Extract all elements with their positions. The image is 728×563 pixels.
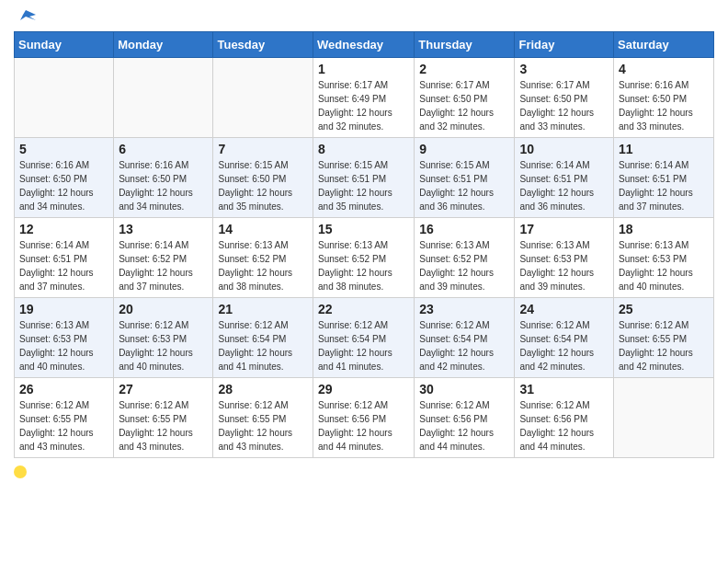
legend (14, 465, 714, 478)
day-number: 20 (119, 302, 208, 316)
calendar-cell: 4Sunrise: 6:16 AMSunset: 6:50 PMDaylight… (614, 58, 714, 138)
day-number: 19 (19, 302, 108, 316)
day-info: Sunrise: 6:15 AMSunset: 6:51 PMDaylight:… (318, 158, 409, 213)
calendar-week-row: 1Sunrise: 6:17 AMSunset: 6:49 PMDaylight… (15, 58, 714, 138)
calendar-cell: 30Sunrise: 6:12 AMSunset: 6:56 PMDayligh… (415, 378, 515, 458)
day-info: Sunrise: 6:12 AMSunset: 6:53 PMDaylight:… (119, 318, 208, 373)
calendar-cell: 22Sunrise: 6:12 AMSunset: 6:54 PMDayligh… (313, 298, 415, 378)
calendar-table: SundayMondayTuesdayWednesdayThursdayFrid… (14, 31, 714, 458)
day-number: 3 (519, 62, 609, 76)
day-info: Sunrise: 6:12 AMSunset: 6:56 PMDaylight:… (419, 398, 509, 454)
daylight-icon (14, 465, 27, 478)
day-number: 15 (318, 222, 409, 236)
calendar-cell: 24Sunrise: 6:12 AMSunset: 6:54 PMDayligh… (515, 298, 614, 378)
day-info: Sunrise: 6:17 AMSunset: 6:50 PMDaylight:… (519, 78, 609, 133)
calendar-cell: 5Sunrise: 6:16 AMSunset: 6:50 PMDaylight… (15, 138, 114, 218)
day-number: 23 (419, 302, 509, 316)
day-info: Sunrise: 6:12 AMSunset: 6:55 PMDaylight:… (218, 398, 308, 454)
day-number: 29 (318, 382, 409, 396)
calendar-cell (614, 378, 714, 458)
svg-marker-0 (20, 10, 36, 20)
day-info: Sunrise: 6:13 AMSunset: 6:52 PMDaylight:… (318, 238, 409, 293)
day-number: 2 (419, 62, 509, 76)
day-number: 11 (619, 142, 709, 156)
calendar-cell: 18Sunrise: 6:13 AMSunset: 6:53 PMDayligh… (614, 218, 714, 298)
day-number: 30 (419, 382, 509, 396)
day-info: Sunrise: 6:12 AMSunset: 6:55 PMDaylight:… (119, 398, 208, 454)
day-info: Sunrise: 6:13 AMSunset: 6:52 PMDaylight:… (218, 238, 308, 293)
day-info: Sunrise: 6:17 AMSunset: 6:49 PMDaylight:… (318, 78, 409, 133)
calendar-cell (15, 58, 114, 138)
logo (14, 9, 36, 24)
calendar-cell: 10Sunrise: 6:14 AMSunset: 6:51 PMDayligh… (515, 138, 614, 218)
day-number: 24 (519, 302, 609, 316)
calendar-cell: 12Sunrise: 6:14 AMSunset: 6:51 PMDayligh… (15, 218, 114, 298)
day-number: 31 (519, 382, 609, 396)
calendar-day-header: Saturday (614, 32, 714, 58)
day-info: Sunrise: 6:12 AMSunset: 6:55 PMDaylight:… (619, 318, 709, 373)
calendar-cell: 6Sunrise: 6:16 AMSunset: 6:50 PMDaylight… (114, 138, 213, 218)
calendar-cell (114, 58, 213, 138)
calendar-cell: 31Sunrise: 6:12 AMSunset: 6:56 PMDayligh… (515, 378, 614, 458)
day-info: Sunrise: 6:14 AMSunset: 6:51 PMDaylight:… (619, 158, 709, 213)
calendar-cell: 28Sunrise: 6:12 AMSunset: 6:55 PMDayligh… (213, 378, 313, 458)
day-number: 6 (119, 142, 208, 156)
day-info: Sunrise: 6:14 AMSunset: 6:52 PMDaylight:… (119, 238, 208, 293)
day-number: 17 (519, 222, 609, 236)
day-number: 10 (519, 142, 609, 156)
day-info: Sunrise: 6:13 AMSunset: 6:53 PMDaylight:… (619, 238, 709, 293)
logo-bird-icon (16, 7, 36, 28)
day-number: 21 (218, 302, 308, 316)
day-info: Sunrise: 6:14 AMSunset: 6:51 PMDaylight:… (519, 158, 609, 213)
header (14, 9, 714, 24)
day-info: Sunrise: 6:12 AMSunset: 6:56 PMDaylight:… (318, 398, 409, 454)
day-info: Sunrise: 6:12 AMSunset: 6:54 PMDaylight:… (218, 318, 308, 373)
calendar-day-header: Sunday (15, 32, 114, 58)
calendar-cell: 13Sunrise: 6:14 AMSunset: 6:52 PMDayligh… (114, 218, 213, 298)
day-info: Sunrise: 6:16 AMSunset: 6:50 PMDaylight:… (119, 158, 208, 213)
page: SundayMondayTuesdayWednesdayThursdayFrid… (0, 0, 728, 563)
day-info: Sunrise: 6:13 AMSunset: 6:53 PMDaylight:… (19, 318, 108, 373)
calendar-cell: 17Sunrise: 6:13 AMSunset: 6:53 PMDayligh… (515, 218, 614, 298)
calendar-day-header: Wednesday (313, 32, 415, 58)
calendar-cell: 15Sunrise: 6:13 AMSunset: 6:52 PMDayligh… (313, 218, 415, 298)
calendar-cell: 19Sunrise: 6:13 AMSunset: 6:53 PMDayligh… (15, 298, 114, 378)
calendar-week-row: 26Sunrise: 6:12 AMSunset: 6:55 PMDayligh… (15, 378, 714, 458)
day-info: Sunrise: 6:15 AMSunset: 6:51 PMDaylight:… (419, 158, 509, 213)
day-number: 27 (119, 382, 208, 396)
calendar-day-header: Thursday (415, 32, 515, 58)
day-number: 14 (218, 222, 308, 236)
day-number: 12 (19, 222, 108, 236)
day-number: 25 (619, 302, 709, 316)
calendar-week-row: 5Sunrise: 6:16 AMSunset: 6:50 PMDaylight… (15, 138, 714, 218)
day-info: Sunrise: 6:12 AMSunset: 6:54 PMDaylight:… (519, 318, 609, 373)
calendar-cell: 2Sunrise: 6:17 AMSunset: 6:50 PMDaylight… (415, 58, 515, 138)
day-info: Sunrise: 6:12 AMSunset: 6:56 PMDaylight:… (519, 398, 609, 454)
calendar-cell: 7Sunrise: 6:15 AMSunset: 6:50 PMDaylight… (213, 138, 313, 218)
calendar-day-header: Friday (515, 32, 614, 58)
day-info: Sunrise: 6:13 AMSunset: 6:52 PMDaylight:… (419, 238, 509, 293)
calendar-week-row: 12Sunrise: 6:14 AMSunset: 6:51 PMDayligh… (15, 218, 714, 298)
day-number: 5 (19, 142, 108, 156)
day-number: 22 (318, 302, 409, 316)
calendar-cell: 20Sunrise: 6:12 AMSunset: 6:53 PMDayligh… (114, 298, 213, 378)
calendar-cell: 11Sunrise: 6:14 AMSunset: 6:51 PMDayligh… (614, 138, 714, 218)
day-number: 26 (19, 382, 108, 396)
day-info: Sunrise: 6:12 AMSunset: 6:55 PMDaylight:… (19, 398, 108, 454)
calendar-cell: 21Sunrise: 6:12 AMSunset: 6:54 PMDayligh… (213, 298, 313, 378)
day-number: 7 (218, 142, 308, 156)
day-info: Sunrise: 6:16 AMSunset: 6:50 PMDaylight:… (19, 158, 108, 213)
calendar-cell: 26Sunrise: 6:12 AMSunset: 6:55 PMDayligh… (15, 378, 114, 458)
day-number: 18 (619, 222, 709, 236)
calendar-header-row: SundayMondayTuesdayWednesdayThursdayFrid… (15, 32, 714, 58)
calendar-cell: 14Sunrise: 6:13 AMSunset: 6:52 PMDayligh… (213, 218, 313, 298)
day-number: 1 (318, 62, 409, 76)
day-info: Sunrise: 6:16 AMSunset: 6:50 PMDaylight:… (619, 78, 709, 133)
calendar-cell: 29Sunrise: 6:12 AMSunset: 6:56 PMDayligh… (313, 378, 415, 458)
calendar-cell: 3Sunrise: 6:17 AMSunset: 6:50 PMDaylight… (515, 58, 614, 138)
day-number: 16 (419, 222, 509, 236)
day-info: Sunrise: 6:14 AMSunset: 6:51 PMDaylight:… (19, 238, 108, 293)
calendar-day-header: Tuesday (213, 32, 313, 58)
calendar-cell: 25Sunrise: 6:12 AMSunset: 6:55 PMDayligh… (614, 298, 714, 378)
day-info: Sunrise: 6:12 AMSunset: 6:54 PMDaylight:… (318, 318, 409, 373)
